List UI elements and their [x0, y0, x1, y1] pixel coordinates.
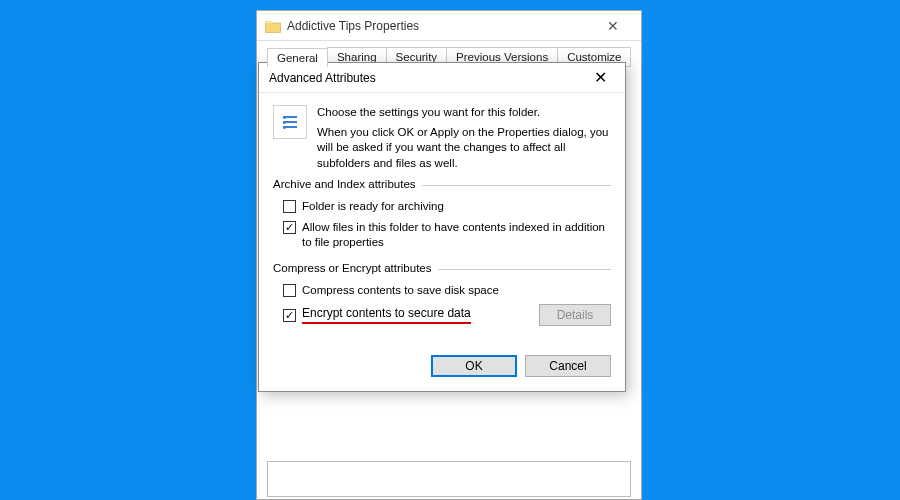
advanced-intro-line1: Choose the settings you want for this fo…: [317, 105, 611, 121]
advanced-intro: Choose the settings you want for this fo…: [317, 105, 611, 175]
encrypt-label: Encrypt contents to secure data: [302, 306, 533, 325]
archive-checkbox[interactable]: [283, 200, 296, 213]
close-icon[interactable]: ✕: [579, 63, 621, 93]
encrypt-checkbox-row[interactable]: Encrypt contents to secure data Details: [275, 301, 611, 329]
advanced-titlebar: Advanced Attributes ✕: [259, 63, 625, 93]
advanced-attributes-dialog: Advanced Attributes ✕ Choose the setting…: [258, 62, 626, 392]
close-icon[interactable]: ✕: [593, 18, 633, 34]
archive-index-group: Archive and Index attributes Folder is r…: [273, 185, 611, 259]
folder-icon: [265, 19, 281, 33]
properties-description-area: [267, 461, 631, 497]
index-checkbox-row[interactable]: Allow files in this folder to have conte…: [275, 217, 611, 253]
advanced-intro-line2: When you click OK or Apply on the Proper…: [317, 125, 611, 172]
details-button: Details: [539, 304, 611, 326]
tab-general[interactable]: General: [267, 48, 328, 67]
index-label: Allow files in this folder to have conte…: [302, 220, 611, 250]
attributes-list-icon: [273, 105, 307, 139]
properties-titlebar: Addictive Tips Properties ✕: [257, 11, 641, 41]
compress-checkbox-row[interactable]: Compress contents to save disk space: [275, 280, 611, 301]
archive-index-legend: Archive and Index attributes: [273, 178, 422, 190]
compress-label: Compress contents to save disk space: [302, 283, 611, 298]
advanced-title: Advanced Attributes: [269, 71, 579, 85]
archive-checkbox-row[interactable]: Folder is ready for archiving: [275, 196, 611, 217]
index-checkbox[interactable]: [283, 221, 296, 234]
compress-encrypt-legend: Compress or Encrypt attributes: [273, 262, 438, 274]
properties-title: Addictive Tips Properties: [287, 19, 593, 33]
encrypt-checkbox[interactable]: [283, 309, 296, 322]
advanced-button-row: OK Cancel: [273, 339, 611, 377]
compress-encrypt-group: Compress or Encrypt attributes Compress …: [273, 269, 611, 335]
archive-label: Folder is ready for archiving: [302, 199, 611, 214]
advanced-cancel-button[interactable]: Cancel: [525, 355, 611, 377]
advanced-ok-button[interactable]: OK: [431, 355, 517, 377]
advanced-body: Choose the settings you want for this fo…: [259, 93, 625, 391]
compress-checkbox[interactable]: [283, 284, 296, 297]
advanced-header: Choose the settings you want for this fo…: [273, 105, 611, 175]
